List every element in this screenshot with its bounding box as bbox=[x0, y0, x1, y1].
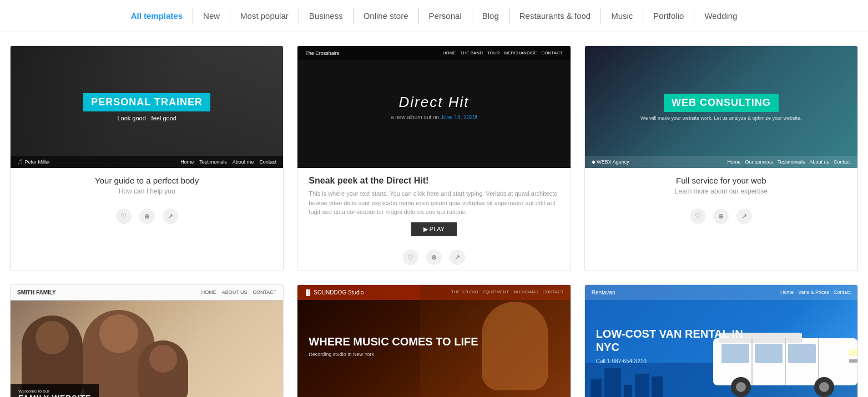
template-card-smith-family[interactable]: SMITH FAMILY HOMEABOUT USCONTACT Welcome… bbox=[10, 284, 284, 398]
card-actions: ♡⊕↗ bbox=[11, 205, 283, 230]
svg-rect-10 bbox=[849, 359, 857, 363]
consulting-nav-link[interactable]: About us bbox=[809, 159, 829, 165]
template-card-van-rental[interactable]: Rentavan HomeVans & PricesContact bbox=[584, 284, 858, 398]
consulting-nav-link[interactable]: Our services bbox=[745, 159, 773, 165]
trainer-brand: 🎵 Peter Miller bbox=[17, 159, 50, 165]
nav-item-new[interactable]: New bbox=[193, 8, 230, 24]
card-action-1[interactable]: ⊕ bbox=[139, 208, 155, 224]
card-action-0[interactable]: ♡ bbox=[690, 208, 705, 224]
sounddog-brand: ▐▌ SOUNDDOG Studio bbox=[304, 289, 364, 296]
direct-nav-link[interactable]: HOME bbox=[442, 50, 456, 56]
card-actions-direct: ♡⊕↗ bbox=[297, 246, 570, 271]
consulting-badge: WEB CONSULTING bbox=[664, 94, 779, 112]
van-top-nav: Rentavan HomeVans & PricesContact bbox=[585, 285, 857, 300]
van-nav-link[interactable]: Vans & Prices bbox=[798, 289, 829, 296]
consulting-nav-bar: ◆ WEBX Agency HomeOur servicesTestimonia… bbox=[585, 156, 857, 168]
direct-title: Direct Hit bbox=[399, 94, 470, 111]
consulting-nav-link[interactable]: Home bbox=[727, 159, 740, 165]
template-card-personal-trainer[interactable]: PERSONAL TRAINER Look good - feel good 🎵… bbox=[10, 45, 284, 271]
svg-point-14 bbox=[819, 382, 829, 392]
nav-item-business[interactable]: Business bbox=[299, 8, 354, 24]
consulting-sub: We will make your website work. Let us a… bbox=[640, 115, 801, 121]
template-grid-container: PERSONAL TRAINER Look good - feel good 🎵… bbox=[0, 32, 868, 397]
trainer-nav-link[interactable]: Testimonials bbox=[199, 159, 227, 165]
svg-point-12 bbox=[736, 382, 746, 392]
van-brand: Rentavan bbox=[592, 289, 615, 296]
card-info-trainer: Your guide to a perfect body How can I h… bbox=[11, 168, 283, 205]
trainer-nav-link[interactable]: About me bbox=[233, 159, 254, 165]
direct-top-nav: The Crosshairs HOMETHE BANDTOURMERCHANDI… bbox=[297, 46, 570, 60]
nav-item-blog[interactable]: Blog bbox=[472, 8, 509, 24]
trainer-badge: PERSONAL TRAINER bbox=[83, 93, 210, 111]
direct-brand: The Crosshairs bbox=[305, 50, 339, 56]
template-card-web-consulting[interactable]: WEB CONSULTING We will make your website… bbox=[584, 45, 858, 271]
direct-info-title: Sneak peek at the Direct Hit! bbox=[309, 176, 559, 186]
card-subtitle: How can I help you bbox=[19, 187, 274, 195]
template-card-direct-hit[interactable]: The Crosshairs HOMETHE BANDTOURMERCHANDI… bbox=[297, 45, 571, 271]
nav-item-most-popular[interactable]: Most popular bbox=[230, 8, 299, 24]
card-action-2[interactable]: ↗ bbox=[450, 250, 465, 265]
sounddog-main-title: WHERE MUSIC COMES TO LIFE bbox=[309, 335, 478, 348]
card-preview-van: Rentavan HomeVans & PricesContact bbox=[585, 285, 857, 398]
direct-cta-button[interactable]: ▶ PLAY bbox=[411, 222, 457, 236]
family-nav-link[interactable]: HOME bbox=[201, 289, 216, 296]
card-action-2[interactable]: ↗ bbox=[163, 208, 178, 224]
nav-item-portfolio[interactable]: Portfolio bbox=[643, 8, 694, 24]
card-info-consulting: Full service for your web Learn more abo… bbox=[585, 168, 857, 205]
consulting-nav-link[interactable]: Contact bbox=[834, 159, 851, 165]
card-action-0[interactable]: ♡ bbox=[116, 208, 132, 224]
direct-nav-link[interactable]: TOUR bbox=[487, 50, 500, 56]
card-preview-direct: The Crosshairs HOMETHE BANDTOURMERCHANDI… bbox=[297, 46, 570, 168]
card-title: Your guide to a perfect body bbox=[19, 176, 274, 185]
family-welcome-text: Welcome to our bbox=[18, 389, 91, 394]
nav-item-all-templates[interactable]: All templates bbox=[121, 8, 193, 24]
card-info-direct: Sneak peek at the Direct Hit! This is wh… bbox=[297, 168, 570, 246]
direct-nav-link[interactable]: MERCHANDISE bbox=[504, 50, 537, 56]
van-nav-link[interactable]: Contact bbox=[834, 289, 851, 296]
nav-item-wedding[interactable]: Wedding bbox=[694, 8, 747, 24]
family-nav-link[interactable]: CONTACT bbox=[253, 289, 276, 296]
sounddog-sub: Recording studio in New York bbox=[309, 352, 374, 357]
svg-rect-9 bbox=[849, 349, 857, 356]
card-preview-family: SMITH FAMILY HOMEABOUT USCONTACT Welcome… bbox=[11, 285, 283, 398]
nav-item-online-store[interactable]: Online store bbox=[354, 8, 419, 24]
card-preview-consulting: WEB CONSULTING We will make your website… bbox=[585, 46, 857, 168]
card-action-2[interactable]: ↗ bbox=[736, 208, 752, 224]
van-phone: Call 1-987-654-3210 bbox=[596, 358, 846, 364]
direct-album-label: a new album out on June 13, 2020! bbox=[391, 114, 477, 120]
family-label: Welcome to our FAMILY WEBSITE bbox=[11, 384, 99, 398]
top-nav: All templatesNewMost popularBusinessOnli… bbox=[0, 0, 868, 32]
trainer-nav-link[interactable]: Home bbox=[180, 159, 194, 165]
family-top-nav: SMITH FAMILY HOMEABOUT USCONTACT bbox=[11, 285, 283, 300]
family-title-text: FAMILY WEBSITE bbox=[18, 394, 91, 398]
card-subtitle: Learn more about our expertise bbox=[594, 187, 849, 195]
card-action-1[interactable]: ⊕ bbox=[426, 250, 442, 265]
direct-nav-link[interactable]: CONTACT bbox=[542, 50, 563, 56]
direct-nav-link[interactable]: THE BAND bbox=[460, 50, 482, 56]
card-action-1[interactable]: ⊕ bbox=[713, 208, 729, 224]
consulting-brand: ◆ WEBX Agency bbox=[592, 159, 629, 165]
consulting-nav-link[interactable]: Testimonials bbox=[778, 159, 805, 165]
card-actions-consulting: ♡⊕↗ bbox=[585, 205, 857, 230]
nav-item-restaurants[interactable]: Restaurants & food bbox=[509, 8, 601, 24]
card-preview-trainer: PERSONAL TRAINER Look good - feel good 🎵… bbox=[11, 46, 283, 168]
trainer-nav-link[interactable]: Contact bbox=[259, 159, 276, 165]
template-card-sounddog-studio[interactable]: ▐▌ SOUNDDOG Studio THE STUDIOEQUIPMENTMU… bbox=[297, 284, 571, 398]
nav-item-personal[interactable]: Personal bbox=[419, 8, 472, 24]
card-title: Full service for your web bbox=[594, 176, 849, 185]
van-main-title: LOW-COST VAN RENTAL IN NYC bbox=[596, 327, 746, 354]
nav-item-music[interactable]: Music bbox=[601, 8, 643, 24]
family-nav-link[interactable]: ABOUT US bbox=[222, 289, 248, 296]
trainer-nav-bar: 🎵 Peter Miller HomeTestimonialsAbout meC… bbox=[11, 156, 283, 168]
card-preview-sounddog: ▐▌ SOUNDDOG Studio THE STUDIOEQUIPMENTMU… bbox=[297, 285, 570, 398]
family-brand: SMITH FAMILY bbox=[17, 289, 56, 296]
card-action-0[interactable]: ♡ bbox=[403, 250, 418, 265]
van-nav-link[interactable]: Home bbox=[780, 289, 794, 296]
trainer-sub: Look good - feel good bbox=[117, 115, 176, 121]
direct-info-body: This is where your text starts. You can … bbox=[309, 189, 559, 217]
